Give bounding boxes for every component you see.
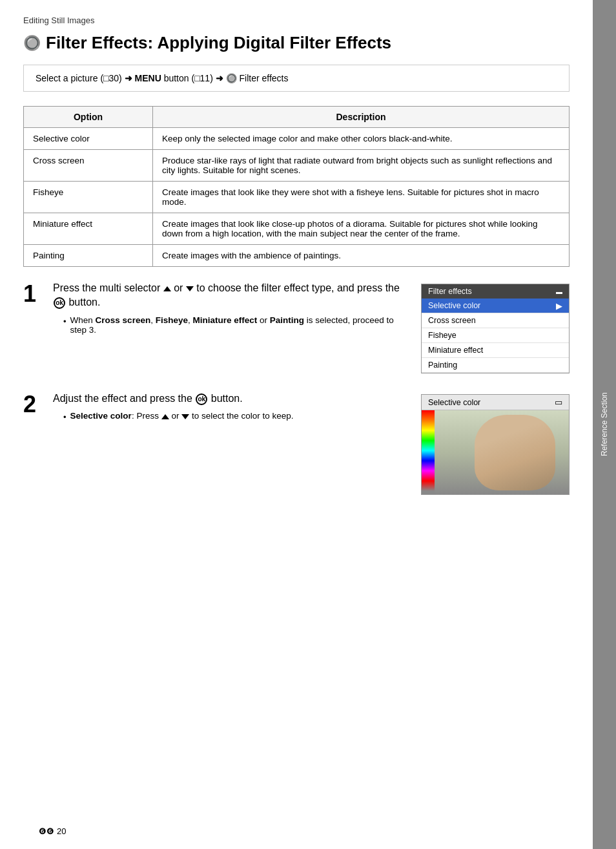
ui-list-fisheye[interactable]: Fisheye (422, 328, 569, 343)
step-2: 2 Adjust the effect and press the ok but… (23, 392, 570, 495)
step-2-number: 2 (23, 393, 43, 416)
step-1-content: Press the multi selector or to choose th… (53, 281, 411, 337)
step-1-note: • When Cross screen, Fisheye, Miniature … (63, 315, 411, 335)
table-row: Cross screenProduce star-like rays of li… (24, 150, 570, 182)
description-cell: Create images that look like they were s… (153, 182, 570, 213)
color-strip (422, 410, 435, 494)
menu-icon: ▬ (556, 288, 562, 295)
page-title-text: Filter Effects: Applying Digital Filter … (46, 33, 391, 53)
triangle-down-icon-2 (181, 414, 189, 419)
triangle-up-icon-2 (161, 414, 169, 419)
step-2-note: • Selective color: Press or to select th… (63, 411, 411, 424)
ui-painting-label: Painting (428, 361, 457, 370)
options-table: Option Description Selective colorKeep o… (23, 106, 570, 267)
table-row: Miniature effectCreate images that look … (24, 213, 570, 245)
bullet-icon: • (63, 315, 67, 335)
step-1-title: Press the multi selector or to choose th… (53, 281, 411, 310)
sidebar: Reference Section (593, 0, 616, 849)
step-1-number: 1 (23, 282, 43, 306)
triangle-down-icon (186, 286, 194, 291)
page-footer: ❻❻ 20 (39, 826, 66, 836)
selective-color-ui-box: Selective color ▭ (421, 394, 570, 495)
option-name-cell: Painting (24, 245, 153, 267)
footer-icon: ❻❻ (39, 826, 54, 836)
ui-cross-screen-label: Cross screen (428, 316, 476, 325)
col-option-header: Option (24, 107, 153, 128)
filter-effects-title-text: Filter effects (428, 287, 472, 296)
battery-icon: ▭ (555, 397, 562, 407)
filter-effects-title-bar: Filter effects ▬ (422, 284, 569, 299)
selective-color-title-bar: Selective color ▭ (422, 395, 569, 410)
nav-box: Select a picture (□30) ➜ MENU button (□1… (23, 65, 570, 92)
filter-icon: 🔘 (23, 35, 41, 52)
ui-list-painting[interactable]: Painting (422, 358, 569, 373)
triangle-up-icon (163, 286, 171, 291)
ui-miniature-effect-label: Miniature effect (428, 346, 483, 355)
ui-list-miniature-effect[interactable]: Miniature effect (422, 343, 569, 358)
step-1: 1 Press the multi selector or to choose … (23, 281, 570, 373)
description-cell: Create images that look like close-up ph… (153, 213, 570, 245)
ui-selective-color-label: Selective color (428, 301, 480, 310)
arrow-right-icon: ▶ (556, 301, 562, 311)
selective-color-image (422, 410, 569, 494)
main-content: Editing Still Images 🔘 Filter Effects: A… (0, 0, 593, 849)
ui-list-selective-color[interactable]: Selective color ▶ (422, 299, 569, 313)
option-name-cell: Cross screen (24, 150, 153, 182)
table-row: PaintingCreate images with the ambience … (24, 245, 570, 267)
step-2-content: Adjust the effect and press the ok butto… (53, 392, 411, 426)
ui-list-cross-screen[interactable]: Cross screen (422, 313, 569, 328)
option-name-cell: Miniature effect (24, 213, 153, 245)
step-2-note-text: Selective color: Press or to select the … (70, 411, 294, 424)
breadcrumb: Editing Still Images (23, 16, 570, 25)
description-cell: Create images with the ambience of paint… (153, 245, 570, 267)
sidebar-label: Reference Section (600, 393, 609, 457)
col-description-header: Description (153, 107, 570, 128)
step-1-note-text: When Cross screen, Fisheye, Miniature ef… (70, 315, 411, 335)
option-name-cell: Fisheye (24, 182, 153, 213)
bullet-icon-2: • (63, 411, 67, 424)
description-cell: Keep only the selected image color and m… (153, 128, 570, 150)
selective-color-title-text: Selective color (428, 398, 480, 407)
photo-area (435, 410, 569, 494)
table-row: FisheyeCreate images that look like they… (24, 182, 570, 213)
steps-area: 1 Press the multi selector or to choose … (23, 281, 570, 495)
description-cell: Produce star-like rays of light that rad… (153, 150, 570, 182)
photo-face (475, 415, 555, 490)
ok-button-icon-2: ok (196, 393, 207, 405)
page-title: 🔘 Filter Effects: Applying Digital Filte… (23, 33, 570, 53)
step-1-ui: Filter effects ▬ Selective color ▶ Cross… (421, 281, 570, 373)
option-name-cell: Selective color (24, 128, 153, 150)
nav-instruction: Select a picture (□30) ➜ MENU button (□1… (36, 73, 289, 83)
page-container: Editing Still Images 🔘 Filter Effects: A… (0, 0, 616, 849)
step-2-title: Adjust the effect and press the ok butto… (53, 392, 411, 406)
ui-fisheye-label: Fisheye (428, 331, 457, 340)
filter-effects-ui-box: Filter effects ▬ Selective color ▶ Cross… (421, 284, 570, 373)
ok-button-icon: ok (54, 297, 65, 309)
footer-page-number: 20 (57, 826, 66, 836)
table-row: Selective colorKeep only the selected im… (24, 128, 570, 150)
step-2-ui: Selective color ▭ (421, 392, 570, 495)
